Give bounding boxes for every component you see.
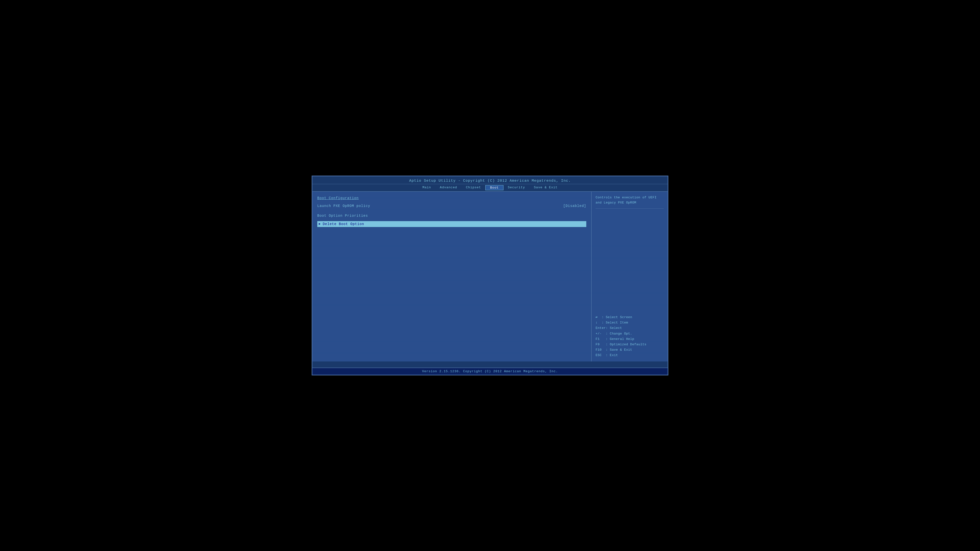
key-select-item: ↕ : Select Item xyxy=(596,320,664,326)
section-header: Boot Configuration xyxy=(317,196,586,200)
key-enter: Enter: Select xyxy=(596,326,664,331)
arrow-right-icon: ► xyxy=(319,222,321,226)
title-text: Aptio Setup Utility - Copyright (C) 2012… xyxy=(409,179,571,183)
tab-main[interactable]: Main xyxy=(418,185,435,190)
launch-pxe-label: Launch PXE OpROM policy xyxy=(317,204,370,208)
right-panel: Controls the execution of UEFIand Legacy… xyxy=(592,192,668,362)
main-content: Boot Configuration Launch PXE OpROM poli… xyxy=(312,192,668,362)
tab-boot[interactable]: Boot xyxy=(485,185,503,190)
boot-option-priorities-label: Boot Option Priorities xyxy=(317,214,586,218)
key-f10: F10 : Save & Exit xyxy=(596,347,664,353)
footer-bar: Version 2.15.1236. Copyright (C) 2012 Am… xyxy=(312,368,668,375)
launch-pxe-item[interactable]: Launch PXE OpROM policy [Disabled] xyxy=(317,203,586,209)
tab-advanced[interactable]: Advanced xyxy=(435,185,461,190)
footer-text: Version 2.15.1236. Copyright (C) 2012 Am… xyxy=(422,370,558,373)
tab-save-exit[interactable]: Save & Exit xyxy=(530,185,562,190)
bios-screen: Aptio Setup Utility - Copyright (C) 2012… xyxy=(312,176,668,375)
delete-boot-option-item[interactable]: ► Delete Boot Option xyxy=(317,221,586,227)
divider xyxy=(596,208,664,209)
key-help-section: ⇄ : Select Screen ↕ : Select Item Enter:… xyxy=(596,315,664,358)
tab-security[interactable]: Security xyxy=(503,185,530,190)
key-f1: F1 : General Help xyxy=(596,337,664,342)
key-f9: F9 : Optimized Defaults xyxy=(596,342,664,347)
delete-boot-option-label: Delete Boot Option xyxy=(323,222,364,226)
help-text: Controls the execution of UEFIand Legacy… xyxy=(596,195,664,205)
tab-bar: Main Advanced Chipset Boot Security Save… xyxy=(312,184,668,192)
key-select-screen: ⇄ : Select Screen xyxy=(596,315,664,320)
key-esc: ESC : Exit xyxy=(596,353,664,358)
key-change-opt: +/- : Change Opt. xyxy=(596,331,664,337)
tab-chipset[interactable]: Chipset xyxy=(461,185,485,190)
title-bar: Aptio Setup Utility - Copyright (C) 2012… xyxy=(312,176,668,184)
left-panel: Boot Configuration Launch PXE OpROM poli… xyxy=(312,192,592,362)
launch-pxe-value: [Disabled] xyxy=(563,204,586,208)
